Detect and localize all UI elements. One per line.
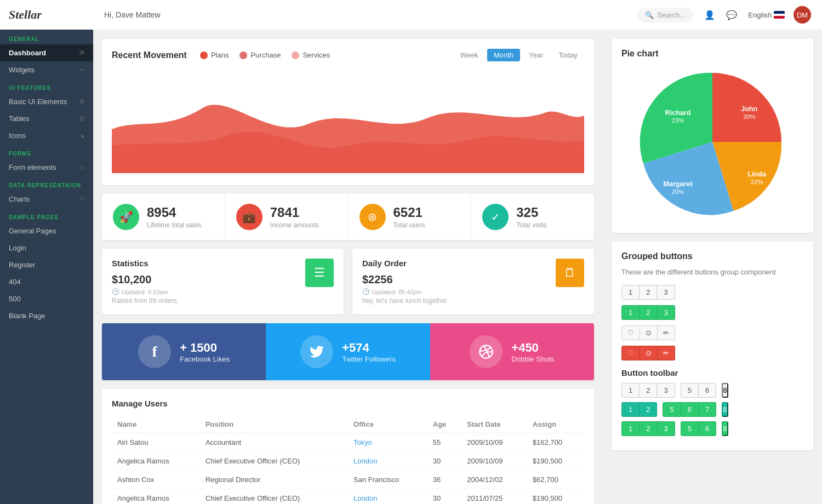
stat-label-income: Income amounts xyxy=(270,221,319,229)
tbtn-all-green-1[interactable]: 1 xyxy=(621,421,640,436)
col-start-date: Start Date xyxy=(461,416,527,433)
btn-heart[interactable]: ♡ xyxy=(621,325,640,340)
toolbar-group-3a: 1 2 3 xyxy=(621,421,675,436)
btn-green-2[interactable]: 2 xyxy=(640,305,657,320)
btn-edit[interactable]: ✏ xyxy=(658,325,675,340)
btn-edit-red[interactable]: ✏ xyxy=(658,346,675,360)
grouped-buttons-title: Grouped buttons xyxy=(621,251,803,261)
sidebar-item-widgets[interactable]: Widgets ✏ xyxy=(0,61,93,78)
legend-services: Services xyxy=(292,51,330,59)
statistics-icon: ☰ xyxy=(305,259,334,287)
period-week[interactable]: Week xyxy=(454,49,485,61)
sidebar-icon-dashboard: ⟳ xyxy=(79,49,84,56)
tbtn-cyan-2[interactable]: 2 xyxy=(640,402,657,417)
period-today[interactable]: Today xyxy=(552,49,584,61)
daily-order-updated: 🕐 Updated: 05:42pm xyxy=(362,288,447,295)
sidebar-item-500[interactable]: 500 xyxy=(0,290,93,307)
stat-icon-users: ⊛ xyxy=(359,204,386,230)
stat-label-users: Total users xyxy=(393,221,425,229)
language-selector[interactable]: English xyxy=(748,11,785,19)
sidebar-item-form-elements[interactable]: Form elements ≡ xyxy=(0,159,93,176)
tbtn-green-6[interactable]: 6 xyxy=(681,402,699,417)
user-position: Accountant xyxy=(200,433,348,452)
sidebar-item-charts[interactable]: Charts ⟳ xyxy=(0,191,93,208)
tbtn-all-green-6[interactable]: 6 xyxy=(699,421,716,436)
sidebar-item-blank[interactable]: Blank Page xyxy=(0,307,93,324)
dribbble-card: +450 Dribble Shots xyxy=(430,323,594,380)
search-placeholder: Search... xyxy=(657,11,686,19)
section-sample-pages: SAMPLE PAGES xyxy=(0,208,93,222)
topbar: Hi, Dave Mattew 🔍 Search... 👤 💬 English … xyxy=(93,0,822,30)
sidebar-item-basic-ui[interactable]: Basic UI Elements ⊞ xyxy=(0,93,93,110)
dashboard: Recent Movement Plans Purchase xyxy=(93,30,603,504)
statistics-card: Statistics $10,200 🕐 Updated: 9:10am Rai… xyxy=(102,249,344,314)
stat-number-visits: 325 xyxy=(516,205,546,220)
legend-dot-purchase xyxy=(239,51,247,59)
sidebar-item-icons[interactable]: Icons ● xyxy=(0,127,93,144)
table-header-row: Name Position Office Age Start Date Assi… xyxy=(112,416,584,433)
toolbar-group-1a: 1 2 3 xyxy=(621,383,675,398)
legend-dot-services xyxy=(292,51,299,59)
tbtn-all-green-2[interactable]: 2 xyxy=(640,421,657,436)
table-title: Manage Users xyxy=(112,399,584,408)
messages-icon[interactable]: 💬 xyxy=(724,7,739,22)
section-general: GENERAL xyxy=(0,30,93,44)
tbtn-3[interactable]: 3 xyxy=(657,383,675,398)
tbtn-teal-8[interactable]: 8 xyxy=(722,402,728,417)
sidebar-item-tables[interactable]: Tables ⊞ xyxy=(0,110,93,127)
period-month[interactable]: Month xyxy=(487,49,520,61)
btn-clock[interactable]: ⊙ xyxy=(640,325,658,340)
tbtn-1[interactable]: 1 xyxy=(621,383,640,398)
tbtn-cyan-1[interactable]: 1 xyxy=(621,402,640,417)
tbtn-6[interactable]: 6 xyxy=(699,383,716,398)
avatar[interactable]: DM xyxy=(794,6,811,24)
btn-1[interactable]: 1 xyxy=(621,285,640,300)
stats-row: 🚀 8954 Lifetime total sales 💼 7841 Incom… xyxy=(102,194,594,240)
tbtn-all-green-5[interactable]: 5 xyxy=(681,421,699,436)
col-age: Age xyxy=(427,416,462,433)
tbtn-8[interactable]: 8 xyxy=(722,383,728,398)
statistics-updated: 🕐 Updated: 9:10am xyxy=(112,288,179,295)
tbtn-green-7[interactable]: 7 xyxy=(699,402,716,417)
toolbar-row-1: 1 2 3 5 6 8 xyxy=(621,383,803,398)
user-office[interactable]: London xyxy=(348,452,427,471)
btn-3[interactable]: 3 xyxy=(657,285,675,300)
sidebar-item-404[interactable]: 404 xyxy=(0,273,93,290)
user-name: Angelica Ramos xyxy=(112,489,200,505)
user-office[interactable]: Tokyo xyxy=(348,433,427,452)
language-text: English xyxy=(748,11,772,19)
sidebar-item-dashboard[interactable]: Dashboard ⟳ xyxy=(0,44,93,61)
btn-clock-red[interactable]: ⊙ xyxy=(640,346,658,360)
col-office: Office xyxy=(348,416,427,433)
twitter-count: +574 xyxy=(342,341,396,355)
btn-green-3[interactable]: 3 xyxy=(657,305,675,320)
tbtn-5[interactable]: 5 xyxy=(681,383,699,398)
btn-2[interactable]: 2 xyxy=(640,285,657,300)
period-year[interactable]: Year xyxy=(522,49,550,61)
sidebar-item-general-pages[interactable]: General Pages ○ xyxy=(0,222,93,239)
tbtn-2[interactable]: 2 xyxy=(640,383,657,398)
sidebar-item-login[interactable]: Login xyxy=(0,239,93,256)
stat-label-sales: Lifetime total sales xyxy=(147,221,201,229)
sidebar-item-register[interactable]: Register xyxy=(0,256,93,273)
facebook-icon: f xyxy=(138,335,171,368)
user-office[interactable]: London xyxy=(348,489,427,505)
sidebar-icon-icons: ● xyxy=(81,133,84,139)
stat-number-income: 7841 xyxy=(270,205,319,220)
notifications-icon[interactable]: 👤 xyxy=(702,7,717,22)
user-assign: $62,700 xyxy=(527,471,584,489)
tbtn-all-green-8[interactable]: 8 xyxy=(722,421,728,436)
statistics-amount: $10,200 xyxy=(112,273,179,286)
stat-label-visits: Total visits xyxy=(516,221,546,229)
search-bar[interactable]: 🔍 Search... xyxy=(637,8,693,22)
toolbar-group-2b: 5 6 7 xyxy=(663,402,716,417)
pie-chart-title: Pie chart xyxy=(621,49,803,59)
btn-heart-red[interactable]: ♡ xyxy=(621,346,640,360)
toolbar-row-2: 1 2 5 6 7 8 xyxy=(621,402,803,417)
btn-group-icons-default: ♡ ⊙ ✏ xyxy=(621,325,803,340)
area-chart xyxy=(112,69,584,173)
btn-green-1[interactable]: 1 xyxy=(621,305,640,320)
tbtn-green-5[interactable]: 5 xyxy=(663,402,681,417)
tbtn-all-green-3[interactable]: 3 xyxy=(657,421,675,436)
stat-icon-visits: ✓ xyxy=(482,204,509,230)
